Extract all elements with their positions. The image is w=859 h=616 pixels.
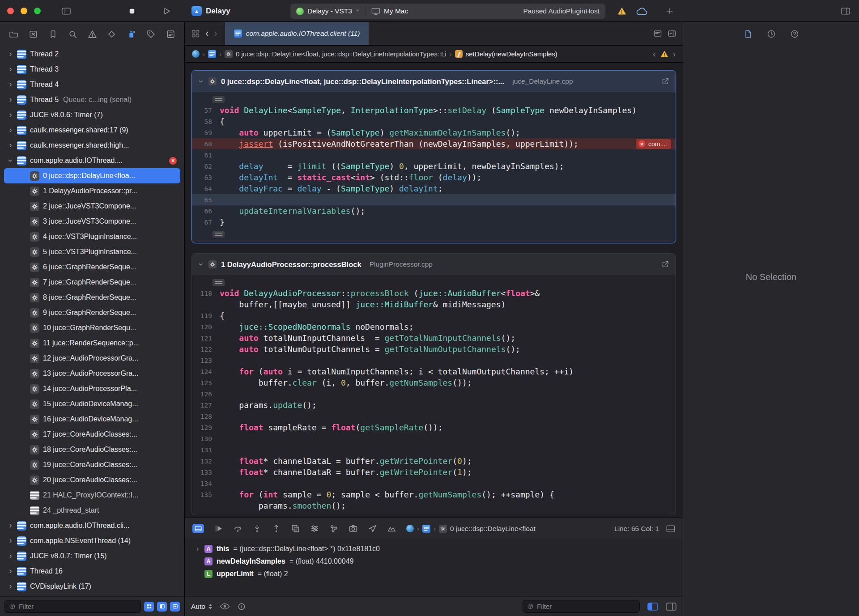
disclosure-icon[interactable]: › (7, 158, 15, 164)
breadcrumb-symbol[interactable]: setDelay(newDelayInSamples) (466, 50, 557, 58)
hide-debug-area-button[interactable] (192, 524, 204, 533)
forward-button[interactable]: › (214, 29, 217, 38)
disclosure-icon[interactable]: › (8, 521, 13, 529)
stack-frame-row[interactable]: 7 juce::GraphRenderSeque... (4, 275, 180, 290)
stack-frame-row[interactable]: 4 juce::VST3PluginInstance... (4, 229, 180, 244)
thread-row[interactable]: ›JUCE v8.0.6: Timer (7) (4, 107, 180, 123)
disclosure-icon[interactable]: › (8, 141, 13, 149)
gpu-capture-button[interactable] (349, 524, 358, 533)
code-line[interactable]: 64 delayFrac = delay - (SampleType) dela… (192, 183, 676, 194)
thread-row[interactable]: ›Thread 5Queue: c...ing (serial) (4, 92, 180, 107)
variable-row[interactable]: ›Athis= (juce::dsp::DelayLine<float> *) … (185, 543, 683, 555)
simulate-location-button[interactable] (368, 524, 377, 533)
stack-frame-row[interactable]: 13 juce::AudioProcessorGra... (4, 366, 180, 381)
code-line[interactable]: 129 float sampleRate = float(getSampleRa… (192, 422, 676, 433)
stack-frame-row[interactable]: 24 _pthread_start (4, 503, 180, 518)
variable-info-button[interactable] (238, 603, 246, 611)
code-line[interactable]: 65 (192, 194, 676, 205)
variables-scope-selector[interactable]: Auto (191, 603, 212, 611)
code-line[interactable]: 59 auto upperLimit = (SampleType) getMax… (192, 127, 676, 138)
issues-navigator-icon[interactable] (88, 30, 97, 39)
thread-icon[interactable] (208, 50, 216, 58)
destination-name[interactable]: My Mac (384, 7, 408, 15)
code-line[interactable]: 67} (192, 217, 676, 228)
find-navigator-icon[interactable] (68, 30, 77, 39)
debug-navigator-icon[interactable] (127, 30, 136, 39)
globe-icon[interactable] (192, 50, 200, 58)
issue-warning-icon[interactable] (660, 50, 668, 58)
stack-frame-row[interactable]: 10 juce::GraphRenderSequ... (4, 320, 180, 336)
disclosure-icon[interactable]: › (8, 552, 13, 560)
stack-frame-row[interactable]: 5 juce::VST3PluginInstance... (4, 244, 180, 259)
stack-frame-row[interactable]: 19 juce::CoreAudioClasses:... (4, 457, 180, 472)
debug-view-hierarchy-button[interactable] (291, 524, 300, 533)
variables-filter-input[interactable] (537, 603, 635, 610)
code-line[interactable]: 62 delay = jlimit ((SampleType) 0, upper… (192, 161, 676, 172)
bookmarks-navigator-icon[interactable] (48, 30, 58, 39)
code-fold-marker-icon[interactable] (213, 231, 225, 238)
thread-row[interactable]: ›com.apple.NSEventThread (14) (4, 533, 180, 548)
code-line[interactable]: 128 (192, 411, 676, 422)
stack-frame-row[interactable]: 0 juce::dsp::DelayLine<floa... (4, 168, 180, 183)
continue-button[interactable] (214, 524, 223, 533)
thread-row[interactable]: ›com.apple.audio.IOThread.cli... (4, 518, 180, 533)
stack-frame-row[interactable]: 3 juce::JuceVST3Compone... (4, 214, 180, 229)
thread-row[interactable]: ›Thread 2 (4, 47, 180, 62)
breadcrumb-frame[interactable]: 0 juce::dsp::DelayLine<float, juce::dsp:… (236, 50, 447, 58)
source-control-navigator-icon[interactable] (29, 30, 38, 39)
stack-frame-row[interactable]: 15 juce::AudioDeviceManag... (4, 396, 180, 412)
thread-row[interactable]: ›JUCE v8.0.7: Timer (15) (4, 548, 180, 564)
disclosure-icon[interactable]: › (8, 80, 13, 88)
disclosure-icon[interactable]: › (8, 582, 13, 590)
disclosure-icon[interactable]: › (8, 110, 13, 119)
thread-row[interactable]: ›Thread 16 (4, 564, 180, 579)
thread-row[interactable]: ›com.apple.audio.IOThread....× (4, 153, 180, 168)
memory-graph-button[interactable] (329, 524, 339, 533)
previous-issue-button[interactable]: ‹ (653, 50, 655, 58)
stack-frame-row[interactable]: 1 DelayyAudioProcessor::pr... (4, 183, 180, 199)
stack-frame-row[interactable]: 8 juce::GraphRenderSeque... (4, 290, 180, 305)
code-line[interactable]: 133 float* channelDataR = buffer.getWrit… (192, 467, 676, 478)
xcode-cloud-icon[interactable] (636, 8, 648, 16)
code-line[interactable]: 135 for (int sample = 0; sample < buffer… (192, 489, 676, 500)
close-window-button[interactable] (7, 8, 14, 14)
code-line[interactable]: 63 delayInt = static_cast<int> (std::flo… (192, 172, 676, 183)
adjust-editor-icon[interactable] (653, 29, 662, 38)
toggle-inspector-button[interactable] (841, 7, 850, 16)
history-inspector-icon[interactable] (767, 30, 776, 38)
step-into-button[interactable] (252, 524, 262, 533)
thread-row[interactable]: ›CVDisplayLink (17) (4, 579, 180, 594)
stack-frame-row[interactable]: 12 juce::AudioProcessorGra... (4, 351, 180, 366)
editor-layout-icon[interactable] (191, 29, 200, 38)
disclosure-icon[interactable]: › (8, 50, 13, 58)
debug-breadcrumb-frame[interactable]: 0 juce::dsp::DelayLine<float (450, 525, 536, 533)
code-line[interactable]: 131 (192, 444, 676, 455)
code-line[interactable]: 130 (192, 433, 676, 444)
code-line[interactable]: buffer,[[maybe_unused]] juce::MidiBuffer… (192, 299, 676, 310)
card-header[interactable]: ›0 juce::dsp::DelayLine<float, juce::dsp… (192, 71, 676, 92)
next-issue-button[interactable]: › (673, 50, 676, 58)
disclosure-icon[interactable]: › (8, 65, 13, 73)
editor-only-icon[interactable] (666, 524, 675, 533)
stack-frame-row[interactable]: 18 juce::CoreAudioClasses:... (4, 442, 180, 457)
stack-frame-row[interactable]: 20 juce::CoreAudioClasses:... (4, 472, 180, 488)
code-line[interactable]: 132 float* channelDataL = buffer.getWrit… (192, 455, 676, 467)
warnings-indicator-icon[interactable] (617, 7, 626, 16)
code-line[interactable]: 118void DelayyAudioProcessor::processBlo… (192, 288, 676, 299)
show-variables-view-button[interactable] (647, 603, 658, 611)
quick-help-inspector-icon[interactable] (790, 30, 799, 38)
breakpoints-navigator-icon[interactable] (146, 30, 156, 39)
variable-row[interactable]: LupperLimit= (float) 2 (185, 568, 683, 580)
card-header[interactable]: ›1 DelayyAudioProcessor::processBlockPlu… (192, 254, 676, 275)
code-line[interactable]: 60 jassert (isPositiveAndNotGreaterThan … (192, 138, 676, 149)
disclosure-icon[interactable]: › (8, 95, 13, 103)
globe-icon[interactable] (406, 525, 414, 532)
code-line[interactable]: 66 updateInternalVariables(); (192, 205, 676, 217)
stop-button[interactable] (128, 8, 136, 15)
disclosure-icon[interactable]: › (8, 126, 13, 134)
frame-gear-icon[interactable] (439, 525, 447, 533)
thread-row[interactable]: ›Thread 3 (4, 62, 180, 77)
issue-badge[interactable]: ×com.... (636, 139, 671, 149)
show-console-button[interactable] (666, 603, 676, 611)
collapse-chevron-icon[interactable]: › (197, 262, 205, 268)
